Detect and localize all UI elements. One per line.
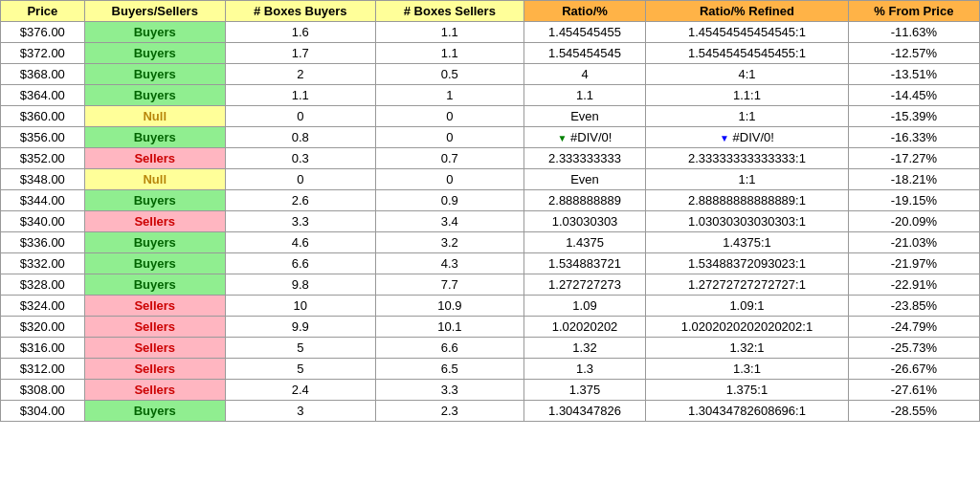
cell-ratio-refined: 1.3:1 [646,359,849,380]
cell-ratio-refined: 1.03030303030303:1 [646,211,849,232]
cell-boxes-sellers: 6.5 [375,359,523,380]
cell-ratio: 1.545454545 [523,43,645,64]
cell-from-price: -11.63% [848,22,979,43]
table-row: $320.00Sellers9.910.11.020202021.0202020… [1,317,980,338]
cell-ratio: 1.3 [523,359,645,380]
cell-boxes-sellers: 0 [375,169,523,190]
cell-ratio-refined: 1.4375:1 [646,232,849,253]
cell-ratio: 1.03030303 [523,211,645,232]
cell-type: Buyers [84,127,225,148]
cell-from-price: -19.15% [848,190,979,211]
cell-from-price: -14.45% [848,85,979,106]
cell-price: $328.00 [1,274,85,296]
cell-from-price: -25.73% [848,338,979,359]
cell-price: $304.00 [1,401,85,422]
cell-from-price: -13.51% [848,64,979,85]
cell-ratio-refined: 1.27272727272727:1 [646,274,849,296]
cell-price: $356.00 [1,127,85,148]
cell-type: Buyers [84,64,225,85]
cell-type: Buyers [84,85,225,106]
cell-ratio: 1.02020202 [523,317,645,338]
header-boxes-buyers: # Boxes Buyers [225,1,375,22]
table-row: $372.00Buyers1.71.11.5454545451.54545454… [1,43,980,64]
cell-ratio: 1.375 [523,380,645,401]
cell-type: Null [84,169,225,190]
cell-from-price: -28.55% [848,401,979,422]
cell-ratio: 1.09 [523,296,645,317]
table-row: $368.00Buyers20.544:1-13.51% [1,64,980,85]
cell-ratio: 1.272727273 [523,274,645,296]
cell-ratio-refined: 4:1 [646,64,849,85]
cell-type: Buyers [84,274,225,296]
header-ratio-refined: Ratio/% Refined [646,1,849,22]
cell-boxes-buyers: 9.8 [225,274,375,296]
cell-ratio: 1.1 [523,85,645,106]
cell-type: Sellers [84,148,225,169]
cell-boxes-buyers: 4.6 [225,232,375,253]
cell-boxes-sellers: 0.5 [375,64,523,85]
cell-from-price: -17.27% [848,148,979,169]
cell-ratio-refined: 1.30434782608696:1 [646,401,849,422]
cell-price: $360.00 [1,106,85,127]
cell-ratio: ▼ #DIV/0! [523,127,645,148]
cell-from-price: -18.21% [848,169,979,190]
cell-boxes-buyers: 1.6 [225,22,375,43]
cell-type: Buyers [84,253,225,274]
table-row: $328.00Buyers9.87.71.2727272731.27272727… [1,274,980,296]
cell-price: $320.00 [1,317,85,338]
cell-boxes-sellers: 4.3 [375,253,523,274]
cell-boxes-buyers: 0.8 [225,127,375,148]
cell-price: $376.00 [1,22,85,43]
cell-ratio-refined: 1.32:1 [646,338,849,359]
cell-ratio-refined: 1.0202020202020202:1 [646,317,849,338]
cell-price: $336.00 [1,232,85,253]
table-row: $352.00Sellers0.30.72.3333333332.3333333… [1,148,980,169]
header-boxes-sellers: # Boxes Sellers [375,1,523,22]
cell-from-price: -27.61% [848,380,979,401]
table-row: $316.00Sellers56.61.321.32:1-25.73% [1,338,980,359]
cell-type: Sellers [84,359,225,380]
cell-from-price: -24.79% [848,317,979,338]
cell-type: Null [84,106,225,127]
header-buyers-sellers: Buyers/Sellers [84,1,225,22]
cell-boxes-buyers: 6.6 [225,253,375,274]
cell-boxes-buyers: 9.9 [225,317,375,338]
table-row: $340.00Sellers3.33.41.030303031.03030303… [1,211,980,232]
cell-price: $364.00 [1,85,85,106]
cell-boxes-sellers: 2.3 [375,401,523,422]
cell-ratio: 4 [523,64,645,85]
cell-ratio-refined: 1.54545454545455:1 [646,43,849,64]
cell-from-price: -15.39% [848,106,979,127]
cell-ratio-refined: 2.88888888888889:1 [646,190,849,211]
cell-ratio: 2.888888889 [523,190,645,211]
cell-boxes-sellers: 3.4 [375,211,523,232]
cell-boxes-buyers: 10 [225,296,375,317]
table-row: $360.00Null00Even1:1-15.39% [1,106,980,127]
cell-from-price: -22.91% [848,274,979,296]
cell-from-price: -26.67% [848,359,979,380]
cell-price: $332.00 [1,253,85,274]
cell-boxes-sellers: 0 [375,127,523,148]
cell-ratio-refined: 1.53488372093023:1 [646,253,849,274]
cell-type: Buyers [84,232,225,253]
table-row: $312.00Sellers56.51.31.3:1-26.67% [1,359,980,380]
cell-boxes-buyers: 0 [225,169,375,190]
cell-ratio-refined: 1:1 [646,169,849,190]
cell-boxes-sellers: 3.3 [375,380,523,401]
cell-boxes-buyers: 1.1 [225,85,375,106]
cell-type: Buyers [84,190,225,211]
cell-price: $368.00 [1,64,85,85]
cell-ratio: 1.4375 [523,232,645,253]
table-row: $336.00Buyers4.63.21.43751.4375:1-21.03% [1,232,980,253]
cell-type: Sellers [84,380,225,401]
table-row: $376.00Buyers1.61.11.4545454551.45454545… [1,22,980,43]
cell-ratio: 1.32 [523,338,645,359]
cell-boxes-sellers: 1.1 [375,22,523,43]
cell-boxes-buyers: 2 [225,64,375,85]
cell-type: Sellers [84,338,225,359]
cell-boxes-sellers: 1.1 [375,43,523,64]
cell-type: Buyers [84,401,225,422]
cell-from-price: -20.09% [848,211,979,232]
cell-ratio-refined: 1.1:1 [646,85,849,106]
cell-ratio: 2.333333333 [523,148,645,169]
